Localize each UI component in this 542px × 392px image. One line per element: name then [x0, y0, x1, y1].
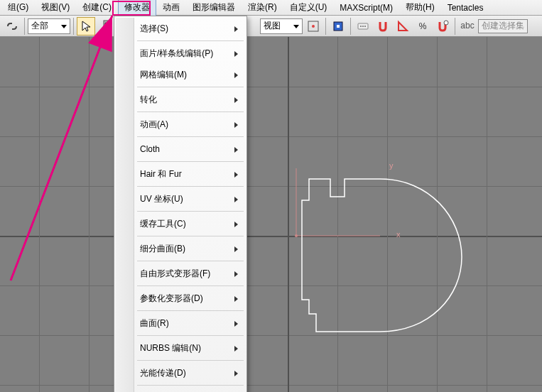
- submenu-mesh-edit[interactable]: 网格编辑(M): [116, 64, 245, 85]
- submenu-nurbs-edit[interactable]: NURBS 编辑(N): [116, 337, 245, 359]
- snap-options-icon[interactable]: [433, 17, 452, 36]
- submenu-animation[interactable]: 动画(A): [116, 114, 245, 135]
- percent-snap-icon[interactable]: %: [413, 17, 432, 36]
- menu-modifiers[interactable]: 修改器: [118, 0, 156, 16]
- submenu-param-deform[interactable]: 参数化变形器(D): [116, 288, 245, 309]
- submenu-separator: [137, 136, 244, 137]
- submenu-separator: [137, 360, 244, 361]
- submenu-selection[interactable]: 选择(S): [116, 18, 245, 39]
- svg-point-6: [360, 26, 362, 27]
- submenu-radiosity[interactable]: 光能传递(D): [116, 362, 245, 383]
- menubar: 组(G) 视图(V) 创建(C) 修改器 动画 图形编辑器 渲染(R) 自定义(…: [0, 0, 542, 16]
- submenu-patch-spline-edit[interactable]: 面片/样条线编辑(P): [116, 43, 245, 64]
- svg-point-7: [362, 26, 364, 27]
- submenu-separator: [137, 236, 244, 236]
- submenu-cloth[interactable]: Cloth: [116, 138, 245, 160]
- menu-rendering[interactable]: 渲染(R): [242, 0, 283, 16]
- submenu-separator: [137, 335, 244, 336]
- modifiers-submenu: 选择(S) 面片/样条线编辑(P) 网格编辑(M) 转化 动画(A) Cloth…: [114, 16, 247, 392]
- link-icon[interactable]: [3, 17, 21, 36]
- viewport[interactable]: y x: [0, 37, 542, 392]
- named-selection-input[interactable]: 创建选择集: [478, 19, 528, 33]
- selection-filter-dropdown[interactable]: 全部: [28, 18, 70, 34]
- ref-coord-label: 视图: [264, 20, 281, 32]
- svg-point-2: [312, 25, 315, 28]
- keyboard-shortcut-icon[interactable]: [354, 17, 372, 36]
- submenu-subdiv[interactable]: 细分曲面(B): [116, 238, 245, 259]
- spinner-icon[interactable]: [97, 17, 115, 36]
- submenu-separator: [137, 211, 244, 212]
- submenu-hair-fur[interactable]: Hair 和 Fur: [116, 163, 245, 185]
- menu-customize[interactable]: 自定义(U): [283, 0, 334, 16]
- menu-animation[interactable]: 动画: [156, 0, 186, 16]
- submenu-separator: [137, 186, 244, 187]
- snap-toggle-icon[interactable]: [374, 17, 392, 36]
- ref-coord-dropdown[interactable]: 视图: [260, 18, 303, 34]
- submenu-cache-tools[interactable]: 缓存工具(C): [116, 213, 245, 234]
- select-cursor-icon[interactable]: [77, 17, 95, 36]
- submenu-separator: [137, 87, 244, 87]
- submenu-ffd[interactable]: 自由形式变形器(F): [116, 263, 245, 284]
- svg-point-10: [444, 21, 448, 25]
- svg-text:{abc}: {abc}: [460, 21, 475, 31]
- submenu-separator: [137, 285, 244, 286]
- pivot-icon[interactable]: [304, 17, 323, 36]
- submenu-camera[interactable]: 摄影机: [116, 387, 245, 392]
- menu-help[interactable]: 帮助(H): [399, 0, 441, 16]
- submenu-separator: [137, 161, 244, 162]
- svg-rect-4: [337, 25, 340, 28]
- named-selection-placeholder: 创建选择集: [482, 20, 524, 32]
- submenu-separator: [137, 111, 244, 112]
- submenu-separator: [137, 385, 244, 386]
- submenu-separator: [137, 261, 244, 261]
- submenu-surface[interactable]: 曲面(R): [116, 312, 245, 334]
- select-manipulate-icon[interactable]: [329, 17, 347, 36]
- menu-view[interactable]: 视图(V): [35, 0, 76, 16]
- selection-filter-label: 全部: [31, 20, 48, 32]
- submenu-uv[interactable]: UV 坐标(U): [116, 188, 245, 209]
- submenu-separator: [137, 310, 244, 311]
- submenu-separator: [137, 40, 244, 41]
- svg-point-8: [364, 26, 366, 27]
- menu-create[interactable]: 创建(C): [76, 0, 118, 16]
- menu-tentacles[interactable]: Tentacles: [441, 0, 490, 16]
- menu-graph-editors[interactable]: 图形编辑器: [186, 0, 242, 16]
- spline-shape[interactable]: [288, 158, 487, 342]
- named-sel-abc-icon[interactable]: {abc}: [458, 17, 477, 36]
- angle-snap-icon[interactable]: [394, 17, 412, 36]
- svg-text:%: %: [419, 21, 427, 31]
- main-toolbar: 全部 视图 % {abc} 创建选择集: [0, 16, 542, 37]
- menu-maxscript[interactable]: MAXScript(M): [333, 0, 399, 16]
- menu-group[interactable]: 组(G): [1, 0, 35, 16]
- submenu-convert[interactable]: 转化: [116, 89, 245, 110]
